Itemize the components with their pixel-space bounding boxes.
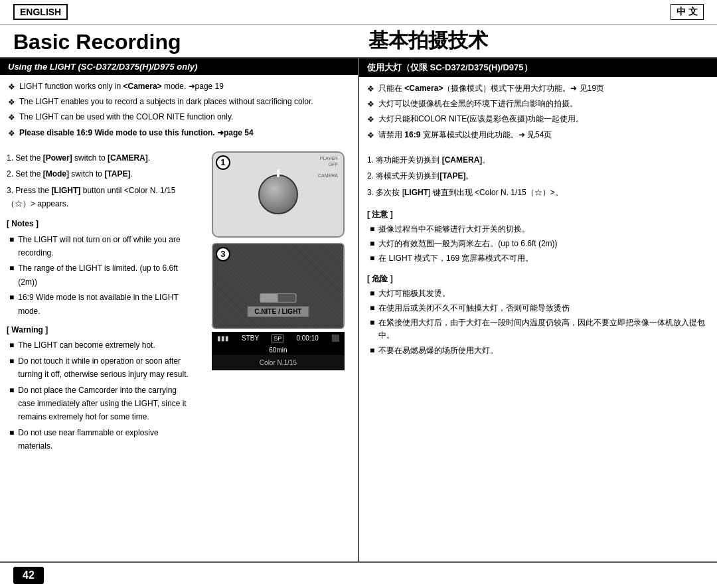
zh-danger-3: ■ 在紧接使用大灯后，由于大灯在一段时间内温度仍较高，因此不要立即把录像一体机放… bbox=[367, 317, 709, 342]
notes-section: [ Notes ] ■ The LIGHT will not turn on o… bbox=[7, 217, 192, 318]
diamond-icon-1: ❖ bbox=[8, 81, 15, 94]
color-n-display: Color N.1/15 bbox=[212, 355, 345, 370]
warn-bullet-1: ■ bbox=[9, 338, 14, 352]
zh-note-3: ■ 在 LIGHT 模式下，169 宽屏幕模式不可用。 bbox=[367, 252, 709, 265]
bullet-en-4: ❖ Please disable 16:9 Wide mode to use t… bbox=[8, 127, 350, 140]
warn-bullet-3: ■ bbox=[9, 384, 14, 397]
dial-marker bbox=[277, 169, 279, 177]
note-1: ■ The LIGHT will not turn on or off whil… bbox=[7, 233, 192, 260]
bullets-english: ❖ LIGHT function works only in <Camera> … bbox=[0, 75, 358, 147]
warning-1: ■ The LIGHT can become extremely hot. bbox=[7, 338, 192, 352]
switch-right bbox=[278, 294, 296, 302]
warn-bullet-4: ■ bbox=[9, 426, 14, 439]
step-1: 1. Set the [Power] switch to [CAMERA]. bbox=[7, 151, 192, 165]
steps-and-images: 1. Set the [Power] switch to [CAMERA]. 2… bbox=[0, 147, 358, 561]
english-badge: ENGLISH bbox=[13, 4, 68, 20]
cnite-diagram: 3 C.NITE / LIGHT bbox=[212, 243, 345, 329]
note-bullet-1: ■ bbox=[9, 233, 14, 246]
title-english: Basic Recording bbox=[13, 30, 349, 54]
cnite-switch bbox=[260, 293, 296, 303]
zh-danger-title: [ 危险 ] bbox=[367, 273, 709, 285]
zh-note-2: ■ 大灯的有效范围一般为两米左右。(up to 6.6ft (2m)) bbox=[367, 238, 709, 250]
step-2: 2. Set the [Mode] switch to [TAPE]. bbox=[7, 167, 192, 181]
dial-circle bbox=[258, 175, 298, 214]
header-row: ENGLISH 中 文 bbox=[0, 0, 717, 25]
zh-step-1: 1. 将功能开关切换到 [CAMERA]。 bbox=[367, 153, 709, 167]
bullet-en-3: ❖ The LIGHT can be used with the COLOR N… bbox=[8, 111, 350, 124]
bullets-chinese: ❖ 只能在 <Camera>（摄像模式）模式下使用大灯功能。➜ 见19页 ❖ 大… bbox=[359, 77, 717, 149]
danger-chinese: [ 危险 ] ■ 大灯可能极其发烫。 ■ 在使用后或关闭不久不可触摸大灯，否则可… bbox=[359, 270, 717, 362]
zh-note-1: ■ 摄像过程当中不能够进行大灯开关的切换。 bbox=[367, 223, 709, 236]
camera-diagram-1: 1 PLAYER OFF CAMERA bbox=[212, 151, 345, 238]
left-column: Using the LIGHT (SC-D372/D375(H)/D975 on… bbox=[0, 58, 358, 561]
note-bullet-2: ■ bbox=[9, 261, 14, 275]
zh-danger-4: ■ 不要在易燃易爆的场所使用大灯。 bbox=[367, 344, 709, 357]
warning-title: [ Warning ] bbox=[7, 323, 192, 336]
step-3: 3. Press the [LIGHT] button until <Color… bbox=[7, 184, 192, 211]
section-header-english: Using the LIGHT (SC-D372/D375(H)/D975 on… bbox=[0, 58, 358, 75]
zh-danger-2: ■ 在使用后或关闭不久不可触摸大灯，否则可能导致烫伤 bbox=[367, 302, 709, 315]
diamond-icon-4: ❖ bbox=[8, 127, 15, 140]
diamond-zh-3: ❖ bbox=[367, 113, 374, 126]
bullet-en-1: ❖ LIGHT function works only in <Camera> … bbox=[8, 80, 350, 94]
warning-section: [ Warning ] ■ The LIGHT can become extre… bbox=[7, 323, 192, 453]
page: ENGLISH 中 文 Basic Recording 基本拍摄技术 Using… bbox=[0, 0, 717, 588]
zh-danger-1: ■ 大灯可能极其发烫。 bbox=[367, 287, 709, 300]
step-number-3: 3 bbox=[216, 247, 230, 261]
bullet-zh-4: ❖ 请禁用 16:9 宽屏幕模式以使用此功能。➜ 见54页 bbox=[367, 129, 709, 142]
status-min: 60min bbox=[212, 345, 345, 355]
steps-english: 1. Set the [Power] switch to [CAMERA]. 2… bbox=[0, 147, 199, 561]
zh-notes-title: [ 注意 ] bbox=[367, 208, 709, 221]
bullet-zh-1: ❖ 只能在 <Camera>（摄像模式）模式下使用大灯功能。➜ 见19页 bbox=[367, 82, 709, 96]
status-stby: STBY bbox=[242, 334, 259, 342]
notes-title: [ Notes ] bbox=[7, 217, 192, 230]
right-column: 使用大灯（仅限 SC-D372/D375(H)/D975） ❖ 只能在 <Cam… bbox=[359, 58, 717, 561]
notes-chinese: [ 注意 ] ■ 摄像过程当中不能够进行大灯开关的切换。 ■ 大灯的有效范围一般… bbox=[359, 206, 717, 270]
diamond-icon-3: ❖ bbox=[8, 111, 15, 124]
note-2: ■ The range of the LIGHT is limited. (up… bbox=[7, 261, 192, 289]
title-chinese: 基本拍摄技术 bbox=[349, 27, 704, 54]
step-number-1: 1 bbox=[216, 155, 230, 170]
title-row: Basic Recording 基本拍摄技术 bbox=[0, 25, 717, 58]
note-bullet-3: ■ bbox=[9, 291, 14, 304]
diamond-zh-4: ❖ bbox=[367, 129, 374, 142]
footer: 42 bbox=[0, 561, 717, 588]
warn-bullet-2: ■ bbox=[9, 354, 14, 368]
switch-left bbox=[260, 294, 278, 302]
images-area: 1 PLAYER OFF CAMERA 3 bbox=[199, 147, 358, 561]
warning-2: ■ Do not touch it while in operation or … bbox=[7, 354, 192, 382]
warning-3: ■ Do not place the Camcorder into the ca… bbox=[7, 384, 192, 424]
status-tape: ⬛ bbox=[331, 334, 339, 342]
bullet-zh-3: ❖ 大灯只能和COLOR NITE(应该是彩色夜摄)功能一起使用。 bbox=[367, 113, 709, 126]
chinese-header: 中 文 bbox=[671, 4, 704, 20]
bullet-zh-2: ❖ 大灯可以使摄像机在全黑的环境下进行黑白影响的拍摄。 bbox=[367, 98, 709, 111]
page-number: 42 bbox=[13, 567, 44, 584]
status-sp: SP bbox=[272, 334, 283, 342]
status-bar: ▮▮▮ STBY SP 0:00:10 ⬛ bbox=[212, 332, 345, 345]
bullet-en-2: ❖ The LIGHT enables you to record a subj… bbox=[8, 96, 350, 109]
zh-step-2: 2. 将模式开关切换到[TAPE]。 bbox=[367, 169, 709, 183]
steps-chinese: 1. 将功能开关切换到 [CAMERA]。 2. 将模式开关切换到[TAPE]。… bbox=[359, 149, 717, 206]
diamond-icon-2: ❖ bbox=[8, 96, 15, 109]
section-header-chinese: 使用大灯（仅限 SC-D372/D375(H)/D975） bbox=[359, 58, 717, 77]
status-time: 0:00:10 bbox=[296, 334, 318, 342]
main-content: Using the LIGHT (SC-D372/D375(H)/D975 on… bbox=[0, 58, 717, 561]
camera-labels: PLAYER OFF CAMERA bbox=[318, 156, 338, 178]
note-3: ■ 16:9 Wide mode is not available in the… bbox=[7, 291, 192, 318]
battery-icon: ▮▮▮ bbox=[217, 334, 229, 342]
diamond-zh-2: ❖ bbox=[367, 98, 374, 111]
cnite-label: C.NITE / LIGHT bbox=[247, 306, 309, 317]
warning-4: ■ Do not use near flammable or explosive… bbox=[7, 426, 192, 453]
diamond-zh-1: ❖ bbox=[367, 83, 374, 96]
zh-step-3: 3. 多次按 [LIGHT] 键直到出现 <Color N. 1/15（☆）>。 bbox=[367, 186, 709, 199]
